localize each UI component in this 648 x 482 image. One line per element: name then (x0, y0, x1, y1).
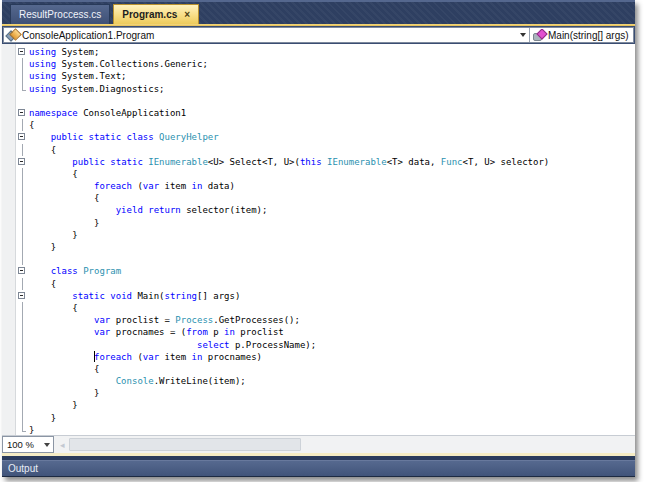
code-line[interactable]: } (16, 241, 635, 253)
fold-collapse-icon[interactable] (16, 156, 29, 168)
code-line-text: } (29, 412, 56, 424)
fold-guide (16, 351, 29, 363)
navigation-combos: ConsoleApplication1.Program Main(string[… (3, 27, 634, 43)
members-dropdown[interactable]: Main(string[] args) (530, 29, 633, 41)
code-line[interactable]: using System.Collections.Generic; (16, 58, 635, 70)
code-line[interactable]: { (16, 363, 635, 375)
code-line[interactable]: select p.ProcessName); (16, 339, 635, 351)
code-line-text: static void Main(string[] args) (29, 290, 240, 302)
fold-guide (16, 339, 29, 351)
code-line[interactable]: } (16, 217, 635, 229)
code-line[interactable]: { (16, 192, 635, 204)
breakpoint-margin[interactable] (2, 44, 16, 435)
code-line[interactable]: } (16, 412, 635, 424)
code-line-text: var proclist = Process.GetProcesses(); (29, 314, 300, 326)
tab-program[interactable]: Program.cs × (113, 4, 199, 24)
output-panel-header[interactable]: Output (2, 460, 635, 476)
code-line-text: public static class QueryHelper (29, 131, 219, 143)
code-line[interactable]: using System.Diagnostics; (16, 83, 635, 95)
fold-guide (16, 314, 29, 326)
code-editor[interactable]: using System;using System.Collections.Ge… (2, 44, 635, 435)
code-line-text: using System; (29, 46, 99, 58)
tab-label: ResultProccess.cs (19, 9, 101, 20)
fold-guide (16, 70, 29, 82)
scroll-left-arrow-icon[interactable]: ◂ (54, 440, 65, 450)
code-line[interactable]: { (16, 278, 635, 290)
code-line[interactable]: foreach (var item in procnames) (16, 351, 635, 363)
code-line-text: Console.WriteLine(item); (29, 375, 246, 387)
method-icon (533, 29, 545, 41)
fold-collapse-icon[interactable] (16, 46, 29, 58)
members-dropdown-value: Main(string[] args) (548, 30, 629, 41)
types-dropdown-button[interactable] (516, 28, 529, 42)
code-line[interactable]: } (16, 424, 635, 435)
fold-guide (16, 95, 29, 107)
fold-collapse-icon[interactable] (16, 131, 29, 143)
code-line[interactable]: using System.Text; (16, 70, 635, 82)
navigation-bar: ConsoleApplication1.Program Main(string[… (2, 26, 635, 44)
code-line-text: } (29, 424, 34, 435)
horizontal-scrollbar[interactable]: ◂ (54, 436, 635, 453)
code-line-text: foreach (var item in data) (29, 180, 235, 192)
zoom-level-select[interactable]: 100 % (2, 436, 54, 453)
code-line[interactable] (16, 253, 635, 265)
code-line-text: } (29, 399, 78, 411)
code-line[interactable]: { (16, 302, 635, 314)
code-line[interactable]: var proclist = Process.GetProcesses(); (16, 314, 635, 326)
text-caret (94, 351, 95, 362)
code-line[interactable]: { (16, 168, 635, 180)
code-line[interactable]: namespace ConsoleApplication1 (16, 107, 635, 119)
code-line[interactable]: class Program (16, 265, 635, 277)
code-line-text: } (29, 387, 99, 399)
code-line[interactable]: var procnames = (from p in proclist (16, 326, 635, 338)
close-icon[interactable]: × (184, 10, 190, 20)
code-line[interactable]: } (16, 387, 635, 399)
tab-resultproccess[interactable]: ResultProccess.cs (10, 4, 110, 24)
tab-label: Program.cs (122, 9, 177, 20)
code-line[interactable]: static void Main(string[] args) (16, 290, 635, 302)
code-line[interactable]: public static IEnumerable<U> Select<T, U… (16, 156, 635, 168)
horizontal-scrollbar-thumb[interactable] (69, 438, 301, 451)
code-line[interactable]: Console.WriteLine(item); (16, 375, 635, 387)
code-line-text: { (29, 302, 78, 314)
fold-guide (16, 302, 29, 314)
code-line[interactable]: foreach (var item in data) (16, 180, 635, 192)
fold-guide (16, 253, 29, 265)
code-line[interactable]: public static class QueryHelper (16, 131, 635, 143)
code-line[interactable]: } (16, 399, 635, 411)
fold-guide (16, 144, 29, 156)
fold-guide (16, 375, 29, 387)
code-line-text: { (29, 144, 56, 156)
code-line[interactable]: { (16, 144, 635, 156)
code-line[interactable]: { (16, 119, 635, 131)
code-line-text: } (29, 241, 56, 253)
code-line-text: public static IEnumerable<U> Select<T, U… (29, 156, 549, 168)
fold-collapse-icon[interactable] (16, 265, 29, 277)
code-lines[interactable]: using System;using System.Collections.Ge… (16, 44, 635, 435)
fold-guide (16, 399, 29, 411)
zoom-level-value: 100 % (7, 439, 34, 450)
fold-collapse-icon[interactable] (16, 290, 29, 302)
fold-guide (16, 412, 29, 424)
chevron-down-icon (44, 443, 50, 447)
code-line-text: { (29, 168, 78, 180)
code-line[interactable]: } (16, 229, 635, 241)
fold-collapse-icon[interactable] (16, 107, 29, 119)
code-line-text: yield return selector(item); (29, 204, 267, 216)
code-line[interactable]: yield return selector(item); (16, 204, 635, 216)
code-line-text: using System.Collections.Generic; (29, 58, 208, 70)
code-line-text: class Program (29, 265, 121, 277)
page-background: ResultProccess.cs Program.cs × ConsoleAp… (0, 0, 648, 482)
fold-guide (16, 168, 29, 180)
fold-guide (16, 241, 29, 253)
code-line-text: } (29, 217, 99, 229)
fold-guide (16, 58, 29, 70)
fold-guide (16, 83, 29, 95)
fold-guide (16, 326, 29, 338)
code-line-text: { (29, 119, 34, 131)
editor-footer: 100 % ◂ (2, 435, 635, 453)
types-dropdown-value[interactable]: ConsoleApplication1.Program (22, 30, 154, 41)
code-line[interactable]: using System; (16, 46, 635, 58)
chevron-down-icon (520, 33, 526, 37)
code-line[interactable] (16, 95, 635, 107)
